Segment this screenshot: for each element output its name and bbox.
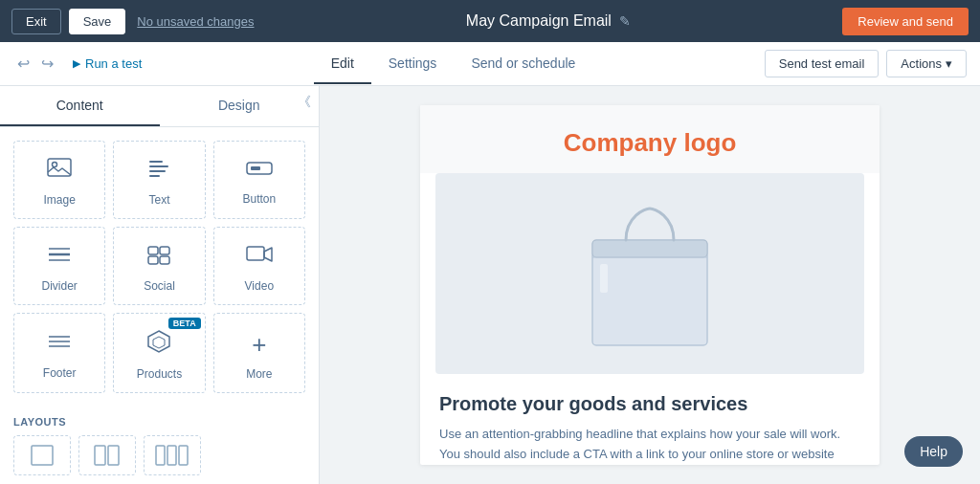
svg-rect-4	[149, 170, 166, 172]
more-label: More	[246, 367, 272, 381]
actions-button[interactable]: Actions ▾	[886, 50, 967, 77]
svg-rect-13	[148, 256, 158, 264]
grid-item-image[interactable]: Image	[13, 141, 105, 219]
shopping-bag-svg	[573, 187, 726, 360]
text-icon	[146, 157, 171, 186]
divider-label: Divider	[41, 279, 77, 293]
layout-item-2col[interactable]	[78, 435, 136, 475]
email-body-text: Use an attention-grabbing headline that …	[439, 425, 860, 465]
top-bar: Exit Save No unsaved changes May Campaig…	[0, 0, 980, 42]
exit-button[interactable]: Exit	[11, 9, 61, 34]
divider-icon	[47, 243, 72, 272]
svg-marker-20	[153, 337, 165, 348]
sub-bar: ↩ ↪ ▶ Run a test Edit Settings Send or s…	[0, 42, 980, 86]
grid-item-text[interactable]: Text	[113, 141, 205, 219]
social-label: Social	[144, 279, 175, 293]
svg-rect-7	[251, 166, 260, 170]
layouts-section: LAYOUTS	[0, 407, 319, 479]
actions-label: Actions	[901, 56, 942, 71]
grid-item-more[interactable]: + More	[213, 313, 305, 393]
grid-item-video[interactable]: Video	[213, 227, 305, 305]
image-label: Image	[43, 193, 75, 207]
run-test-label: Run a test	[85, 56, 142, 71]
svg-rect-30	[600, 264, 608, 293]
undo-redo-group: ↩ ↪	[13, 53, 57, 75]
products-icon	[146, 329, 171, 360]
svg-rect-22	[95, 446, 105, 465]
content-grid: Image Text	[0, 127, 319, 407]
svg-rect-28	[592, 240, 707, 257]
left-panel: 《 Content Design Image	[0, 86, 320, 484]
more-icon: +	[252, 330, 266, 360]
campaign-title-area: May Campaign Email ✎	[261, 12, 835, 30]
button-label: Button	[242, 192, 276, 206]
grid-item-button[interactable]: Button	[213, 141, 305, 219]
main-tab-nav: Edit Settings Send or schedule	[314, 44, 593, 83]
layouts-grid	[13, 435, 305, 475]
svg-rect-0	[48, 159, 71, 176]
grid-item-footer[interactable]: Footer	[13, 313, 105, 393]
panel-tab-design[interactable]: Design	[160, 86, 320, 126]
layouts-title: LAYOUTS	[13, 416, 305, 428]
video-icon	[246, 243, 273, 272]
tab-settings[interactable]: Settings	[371, 44, 455, 84]
main-area: 《 Content Design Image	[0, 86, 980, 484]
redo-button[interactable]: ↪	[37, 53, 57, 75]
email-body: Promote your goods and services Use an a…	[420, 374, 880, 465]
layout-item-3col[interactable]	[144, 435, 201, 475]
svg-rect-25	[167, 446, 176, 465]
panel-tab-nav: Content Design	[0, 86, 319, 127]
svg-rect-11	[148, 247, 158, 254]
grid-item-divider[interactable]: Divider	[13, 227, 105, 305]
save-button[interactable]: Save	[69, 9, 126, 34]
video-label: Video	[245, 279, 274, 293]
grid-item-products[interactable]: BETA Products	[113, 313, 205, 393]
campaign-title-text: May Campaign Email	[466, 12, 612, 30]
products-label: Products	[137, 367, 182, 381]
svg-rect-5	[149, 175, 160, 177]
email-headline: Promote your goods and services	[439, 393, 860, 415]
review-and-send-button[interactable]: Review and send	[842, 8, 969, 35]
svg-rect-14	[160, 256, 169, 264]
button-icon	[245, 158, 274, 185]
panel-tab-content[interactable]: Content	[0, 86, 160, 126]
run-test-button[interactable]: ▶ Run a test	[73, 56, 142, 71]
email-canvas: Company logo Promote your goods an	[320, 86, 980, 484]
svg-rect-15	[247, 247, 264, 260]
tab-edit[interactable]: Edit	[314, 44, 371, 84]
send-test-email-button[interactable]: Send test email	[765, 50, 880, 77]
actions-chevron-icon: ▾	[946, 56, 952, 71]
svg-rect-3	[149, 165, 168, 167]
email-image-placeholder[interactable]	[435, 173, 864, 374]
svg-rect-24	[156, 446, 165, 465]
social-icon	[146, 243, 171, 272]
beta-badge: BETA	[168, 318, 201, 329]
company-logo[interactable]: Company logo	[420, 105, 880, 173]
email-preview: Company logo Promote your goods an	[420, 105, 880, 465]
svg-rect-12	[160, 247, 169, 254]
footer-icon	[47, 330, 72, 359]
svg-point-1	[53, 163, 57, 167]
collapse-panel-button[interactable]: 《	[298, 94, 311, 111]
undo-button[interactable]: ↩	[13, 53, 33, 75]
edit-title-icon[interactable]: ✎	[619, 13, 631, 29]
right-actions-group: Send test email Actions ▾	[765, 50, 967, 77]
help-button[interactable]: Help	[904, 436, 963, 467]
svg-rect-2	[149, 161, 163, 163]
svg-rect-21	[32, 446, 53, 465]
svg-rect-26	[179, 446, 188, 465]
grid-item-social[interactable]: Social	[113, 227, 205, 305]
text-label: Text	[148, 193, 169, 207]
tab-send-or-schedule[interactable]: Send or schedule	[454, 44, 592, 84]
run-test-icon: ▶	[73, 57, 80, 70]
unsaved-changes-link[interactable]: No unsaved changes	[137, 14, 254, 29]
footer-label: Footer	[43, 366, 77, 380]
layout-item-1col[interactable]	[13, 435, 71, 475]
svg-rect-23	[108, 446, 119, 465]
image-icon	[47, 157, 72, 186]
svg-marker-19	[148, 331, 169, 352]
